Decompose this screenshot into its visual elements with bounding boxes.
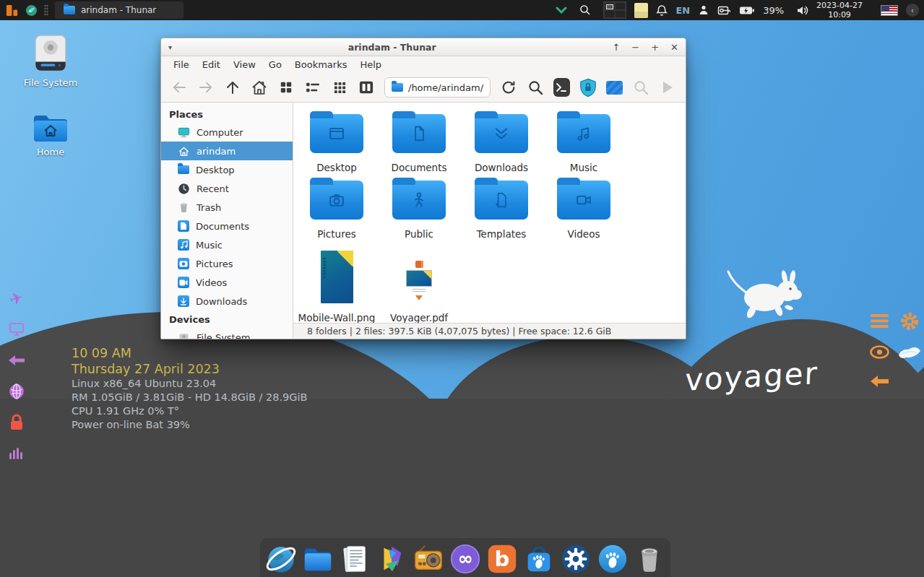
notifications-bell-icon[interactable]: [656, 4, 668, 17]
file-item-voyager-pdf[interactable]: Voyager.pdf: [378, 248, 460, 323]
maximize-button[interactable]: +: [651, 42, 659, 53]
desktop-icon-filesystem[interactable]: File System: [13, 33, 88, 88]
folder-item-pictures[interactable]: Pictures: [295, 181, 378, 240]
folder-item-videos[interactable]: Videos: [543, 181, 625, 240]
lock-icon[interactable]: [7, 413, 26, 432]
home-button[interactable]: [251, 79, 268, 96]
tweaks-icon[interactable]: [559, 542, 592, 576]
applications-menu-icon[interactable]: [5, 4, 19, 17]
arrow-left-icon[interactable]: [7, 351, 26, 370]
globe-icon[interactable]: [7, 382, 26, 401]
taskbar-window-button[interactable]: arindam - Thunar: [55, 1, 183, 19]
sidebar-item-downloads[interactable]: Downloads: [161, 292, 293, 311]
folder-item-downloads[interactable]: Downloads: [460, 114, 543, 173]
file-manager-icon[interactable]: [301, 542, 334, 576]
media-player-icon[interactable]: [375, 542, 408, 576]
text-editor-icon[interactable]: [338, 542, 371, 576]
menu-view[interactable]: View: [227, 59, 262, 70]
airplane-icon[interactable]: ✈: [4, 286, 29, 310]
thunar-folder-icon: [64, 6, 75, 14]
trash-icon[interactable]: [633, 542, 666, 576]
minimize-button[interactable]: −: [631, 42, 639, 53]
battery-icon[interactable]: [739, 6, 755, 15]
sidebar-item-computer[interactable]: Computer: [161, 123, 293, 142]
workspace-switcher[interactable]: [603, 1, 626, 19]
shield-lock-button[interactable]: [579, 79, 597, 96]
panel-collapse-button[interactable]: ‹: [906, 4, 919, 17]
sidebar-item-music[interactable]: Music: [161, 235, 293, 254]
radio-icon[interactable]: [412, 542, 445, 576]
reload-button[interactable]: [500, 79, 517, 96]
conky-time: 10 09 AM: [72, 346, 308, 362]
folder-label: Documents: [392, 162, 447, 173]
back-arrow-icon[interactable]: [870, 375, 889, 388]
shade-button[interactable]: ↑: [612, 42, 620, 53]
path-text: /home/arindam/: [408, 82, 483, 93]
equalizer-icon[interactable]: [7, 444, 26, 463]
menu-go[interactable]: Go: [262, 59, 288, 70]
chevron-down-icon[interactable]: [556, 6, 567, 14]
home-folder-icon: [33, 113, 69, 143]
wallpaper-button[interactable]: [606, 81, 623, 95]
network-share-icon[interactable]: [698, 4, 709, 16]
sidebar-item-pictures[interactable]: Pictures: [161, 254, 293, 273]
search-icon[interactable]: [579, 4, 591, 16]
sidebar-item-documents[interactable]: Documents: [161, 217, 293, 235]
web-browser-icon[interactable]: [264, 542, 298, 576]
streams-mask-icon[interactable]: ∞: [449, 542, 482, 576]
compact-view-button[interactable]: [331, 79, 348, 96]
sidebar-item-filesystem[interactable]: File System: [161, 328, 293, 339]
back-button[interactable]: [170, 79, 188, 96]
folder-item-documents[interactable]: Documents: [378, 114, 460, 173]
menu-hamburger-icon[interactable]: [870, 313, 889, 329]
up-button[interactable]: [224, 79, 241, 96]
bottles-icon[interactable]: b: [485, 542, 519, 576]
panel-clock[interactable]: 2023-04-27 10:09: [816, 1, 863, 19]
panel-date: 2023-04-27: [816, 1, 863, 10]
desktop-root: voyager arindam - Thunar: [0, 0, 924, 577]
search-files-button[interactable]: [527, 79, 544, 96]
sidebar-item-arindam[interactable]: arindam: [161, 142, 293, 160]
gnome-icon[interactable]: [596, 542, 629, 576]
folder-icon: [475, 181, 528, 220]
path-bar[interactable]: /home/arindam/: [384, 77, 491, 97]
volume-icon[interactable]: [796, 5, 808, 16]
display-icon[interactable]: [7, 320, 26, 339]
keyboard-layout-indicator[interactable]: EN: [675, 5, 690, 16]
sidebar-item-recent[interactable]: Recent: [161, 179, 293, 198]
menu-bookmarks[interactable]: Bookmarks: [288, 59, 354, 70]
folder-item-desktop[interactable]: Desktop: [295, 114, 378, 173]
split-view-button[interactable]: [358, 79, 375, 96]
file-item-mobile-wall[interactable]: VOYAGER Mobile-Wall.png: [295, 248, 378, 323]
notes-icon[interactable]: [634, 3, 648, 18]
menu-file[interactable]: File: [167, 59, 196, 70]
conky-power: Power on-line Bat 39%: [72, 418, 308, 432]
forward-button[interactable]: [197, 79, 215, 96]
keyring-icon[interactable]: [717, 5, 731, 16]
pdf-arrow-mark: [415, 295, 423, 300]
dock: ∞ b: [260, 538, 670, 577]
settings-gear-icon[interactable]: [899, 311, 920, 331]
folder-item-music[interactable]: Music: [543, 114, 625, 173]
close-button[interactable]: ✕: [670, 42, 678, 53]
eye-icon[interactable]: [870, 345, 889, 359]
flag-us-icon[interactable]: [881, 5, 898, 16]
software-store-icon[interactable]: [522, 542, 556, 576]
desktop-icon-home[interactable]: Home: [13, 113, 88, 157]
folder-item-public[interactable]: Public: [378, 181, 460, 240]
menu-edit[interactable]: Edit: [196, 59, 227, 70]
folder-icon: [178, 165, 189, 174]
folder-item-templates[interactable]: Templates: [460, 181, 543, 240]
icon-view-button[interactable]: [277, 79, 295, 96]
pdf-page-preview: [406, 270, 432, 287]
list-view-button[interactable]: [304, 79, 321, 96]
titlebar[interactable]: ▾ arindam - Thunar ↑ − + ✕: [161, 38, 686, 56]
sidebar-item-trash[interactable]: Trash: [161, 198, 293, 217]
image-thumbnail: VOYAGER: [321, 251, 353, 303]
menu-help[interactable]: Help: [353, 59, 388, 70]
sidebar-item-videos[interactable]: Videos: [161, 273, 293, 292]
sidebar-item-desktop[interactable]: Desktop: [161, 160, 293, 179]
distro-logo-icon[interactable]: [25, 4, 38, 17]
terminal-button[interactable]: [553, 78, 570, 97]
conky-memory: RM 1.05GiB / 3.81GiB - HD 14.8GiB / 28.9…: [72, 391, 308, 404]
